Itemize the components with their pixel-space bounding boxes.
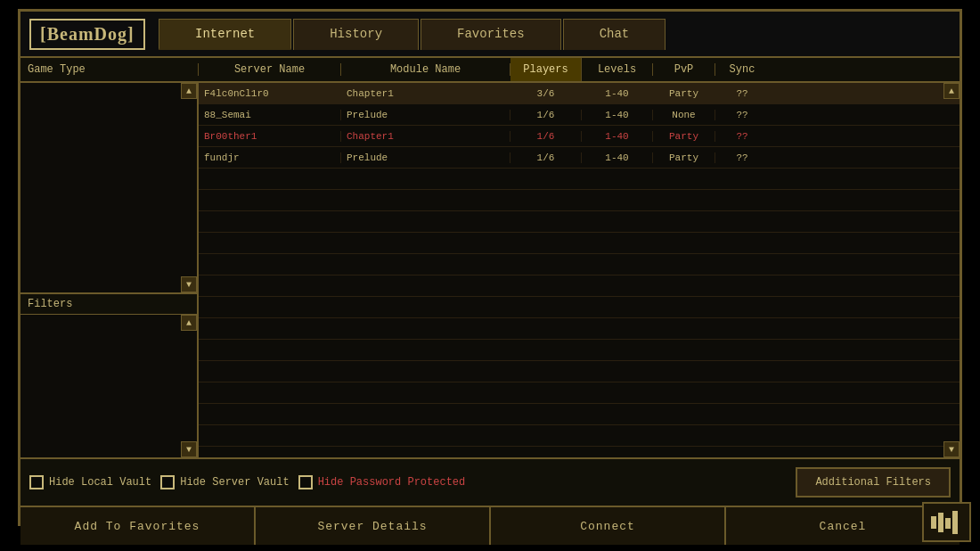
sync-cell: ??: [715, 152, 769, 163]
svg-rect-2: [945, 518, 951, 529]
bottom-action-bar: Add To Favorites Server Details Connect …: [20, 506, 960, 545]
tab-internet[interactable]: Internet: [159, 19, 291, 50]
col-header-levels: Levels: [582, 63, 653, 76]
server-name-cell: 88_Semai: [199, 110, 341, 120]
server-name-cell: fundjr: [199, 152, 341, 163]
svg-rect-1: [938, 513, 943, 532]
players-cell: 1/6: [510, 131, 582, 142]
tab-history[interactable]: History: [293, 19, 419, 50]
connect-button[interactable]: Connect: [491, 507, 726, 545]
table-row-empty: [199, 276, 960, 297]
filter-hide-server-vault: Hide Server Vault: [160, 475, 289, 489]
table-row[interactable]: F4lc0nCl1r0 Chapter1 3/6 1-40 Party ??: [199, 83, 960, 104]
tabs-row: Internet History Favorites Chat: [159, 19, 951, 50]
table-row-empty: [199, 211, 960, 233]
sidebar-scroll-up[interactable]: ▲: [181, 83, 197, 99]
svg-rect-0: [931, 516, 936, 529]
watermark: [922, 502, 971, 542]
filters-list: ▲ ▼: [20, 315, 197, 457]
hide-server-vault-checkbox[interactable]: [160, 475, 175, 489]
tab-favorites[interactable]: Favorites: [421, 19, 561, 50]
game-type-list: ▲ ▼: [20, 83, 197, 294]
logo: [BeamDog]: [29, 19, 145, 50]
filters-scroll-down[interactable]: ▼: [181, 441, 197, 457]
pvp-cell: Party: [653, 131, 715, 142]
left-sidebar: ▲ ▼ Filters ▲ ▼: [20, 83, 199, 457]
filter-hide-local-vault: Hide Local Vault: [29, 475, 151, 489]
hide-local-vault-label: Hide Local Vault: [49, 476, 151, 489]
logo-bracket-close: ]: [127, 24, 135, 44]
module-name-cell: Prelude: [341, 110, 510, 120]
pvp-cell: Party: [653, 152, 715, 163]
sync-cell: ??: [715, 110, 769, 120]
table-row-empty: [199, 318, 960, 340]
hide-server-vault-label: Hide Server Vault: [180, 476, 289, 489]
table-row[interactable]: Br00ther1 Chapter1 1/6 1-40 Party ??: [199, 126, 960, 147]
column-headers: Game Type Server Name Module Name Player…: [20, 58, 960, 83]
players-cell: 3/6: [510, 88, 582, 99]
levels-cell: 1-40: [582, 88, 653, 99]
col-header-pvp: PvP: [653, 63, 715, 76]
players-cell: 1/6: [510, 152, 582, 163]
pvp-cell: None: [653, 110, 715, 120]
header: [BeamDog] Internet History Favorites Cha…: [20, 12, 960, 58]
server-name-cell: F4lc0nCl1r0: [199, 88, 341, 99]
filters-scroll-up[interactable]: ▲: [181, 315, 197, 331]
hide-local-vault-checkbox[interactable]: [29, 475, 44, 489]
svg-rect-3: [952, 511, 958, 534]
hide-password-protected-label: Hide Password Protected: [318, 476, 466, 489]
table-row-empty: [199, 190, 960, 211]
table-row-empty: [199, 297, 960, 318]
logo-bracket-open: [: [40, 24, 47, 44]
table-row-empty: [199, 233, 960, 254]
tab-chat[interactable]: Chat: [563, 19, 666, 50]
table-row-empty: [199, 382, 960, 404]
server-list: F4lc0nCl1r0 Chapter1 3/6 1-40 Party ?? 8…: [199, 83, 960, 457]
levels-cell: 1-40: [582, 131, 653, 142]
server-list-scroll-down[interactable]: ▼: [943, 441, 960, 457]
table-row-empty: [199, 404, 960, 425]
table-row-empty: [199, 340, 960, 361]
add-to-favorites-button[interactable]: Add To Favorites: [20, 507, 256, 545]
module-name-cell: Chapter1: [341, 88, 510, 99]
server-name-cell: Br00ther1: [199, 131, 341, 142]
filters-bar: Hide Local Vault Hide Server Vault Hide …: [20, 457, 960, 506]
server-list-scroll-up[interactable]: ▲: [943, 83, 960, 99]
col-header-sync: Sync: [715, 63, 769, 76]
col-header-module-name: Module Name: [341, 63, 510, 76]
table-row-empty: [199, 169, 960, 190]
filter-hide-password-protected: Hide Password Protected: [298, 475, 466, 489]
table-row-empty: [199, 425, 960, 447]
players-cell: 1/6: [510, 110, 582, 120]
levels-cell: 1-40: [582, 110, 653, 120]
module-name-cell: Chapter1: [341, 131, 510, 142]
table-row[interactable]: 88_Semai Prelude 1/6 1-40 None ??: [199, 104, 960, 126]
col-header-players[interactable]: Players: [510, 58, 582, 81]
logo-text: BeamDog: [47, 24, 127, 44]
main-window: [BeamDog] Internet History Favorites Cha…: [18, 9, 962, 526]
module-name-cell: Prelude: [341, 152, 510, 163]
pvp-cell: Party: [653, 88, 715, 99]
table-row[interactable]: fundjr Prelude 1/6 1-40 Party ??: [199, 147, 960, 169]
levels-cell: 1-40: [582, 152, 653, 163]
hide-password-protected-checkbox[interactable]: [298, 475, 313, 489]
col-header-game-type: Game Type: [20, 63, 199, 76]
additional-filters-button[interactable]: Additional Filters: [796, 467, 951, 498]
filters-section-label: Filters: [20, 294, 197, 315]
table-row-empty: [199, 254, 960, 276]
gamer-guides-logo: [929, 509, 965, 536]
table-row-empty: [199, 361, 960, 382]
server-details-button[interactable]: Server Details: [256, 507, 491, 545]
sync-cell: ??: [715, 131, 769, 142]
sidebar-scroll-down[interactable]: ▼: [181, 276, 197, 292]
content-area: ▲ ▼ Filters ▲ ▼ F4lc0nCl1r0 Chapter1 3/6…: [20, 83, 960, 457]
sync-cell: ??: [715, 88, 769, 99]
col-header-server-name: Server Name: [199, 63, 341, 76]
